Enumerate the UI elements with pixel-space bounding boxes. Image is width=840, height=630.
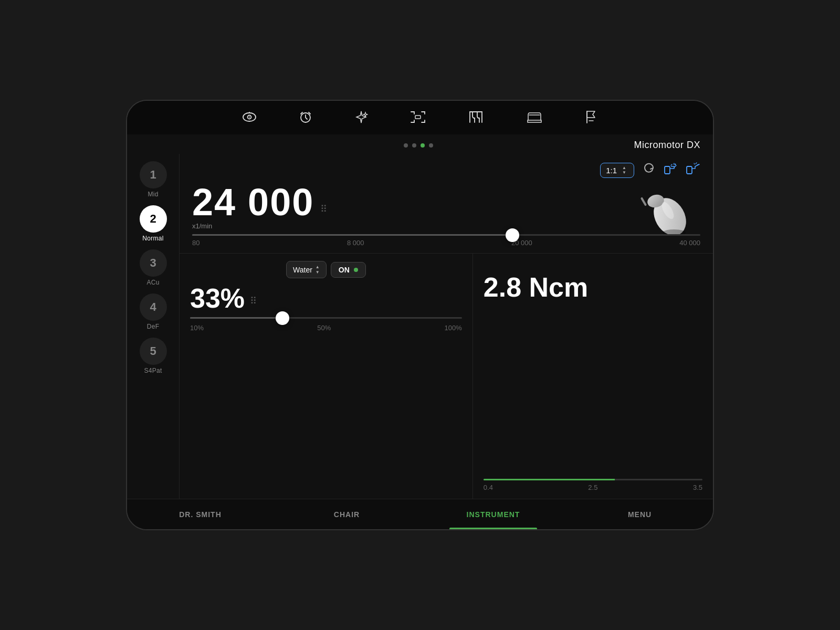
sidebar: 1 Mid 2 Normal 3 ACu — [127, 154, 180, 499]
device-frame: Micromotor DX 1 Mid 2 Normal — [126, 100, 714, 530]
top-icon-bar — [127, 101, 713, 134]
grid-icon: ⠿ — [320, 203, 327, 215]
sparkle-icon[interactable] — [354, 110, 368, 127]
flag-icon[interactable] — [584, 110, 598, 127]
preset-4-label: DeF — [147, 323, 160, 330]
tray-icon[interactable] — [527, 111, 542, 127]
preset-3-label: ACu — [146, 279, 159, 286]
speed-label-0: 80 — [192, 239, 200, 247]
bottom-nav: DR. SMITH CHAIR INSTRUMENT MENU — [127, 499, 713, 529]
dot-3[interactable] — [421, 143, 425, 148]
top-controls: 1:1 ▲ ▼ — [192, 162, 700, 178]
torque-pct-value: 33% — [190, 285, 245, 312]
preset-4[interactable]: 4 DeF — [140, 291, 167, 332]
speed-section: 1:1 ▲ ▼ — [180, 154, 713, 254]
on-dot — [354, 268, 358, 272]
torque-ncm-display: 2.8 Ncm — [484, 274, 702, 301]
speed-display: 24 000 ⠿ — [192, 183, 700, 221]
torque-label-0: 10% — [190, 324, 204, 332]
eye-icon[interactable] — [242, 111, 257, 126]
speed-slider-track — [192, 234, 700, 236]
speed-slider-labels: 80 8 000 20 000 40 000 — [192, 239, 700, 247]
pagination-dots — [404, 143, 433, 148]
speed-unit: x1/min — [192, 222, 700, 230]
preset-1-circle: 1 — [140, 161, 167, 188]
svg-rect-4 — [415, 116, 421, 119]
torque-label-2: 100% — [445, 324, 462, 332]
fork-icon[interactable] — [468, 111, 485, 127]
ncm-slider-track — [484, 479, 702, 480]
preset-2-label: Normal — [142, 235, 163, 242]
torque-slider-thumb[interactable] — [276, 311, 289, 325]
torque-ncm-value: 2.8 Ncm — [484, 274, 588, 301]
preset-1-label: Mid — [148, 191, 158, 198]
preset-5-label: S4Pat — [144, 367, 162, 374]
page-title: Micromotor DX — [634, 140, 700, 151]
preset-3-circle: 3 — [140, 249, 167, 277]
alarm-icon[interactable] — [299, 110, 312, 127]
torque-label-1: 50% — [317, 324, 331, 332]
ncm-label-2: 3.5 — [693, 484, 702, 491]
bottom-panels: Water ▲ ▼ ON — [180, 254, 713, 499]
nav-instrument[interactable]: INSTRUMENT — [420, 499, 566, 529]
svg-rect-10 — [665, 166, 670, 174]
speed-slider-fill — [192, 234, 512, 236]
nav-chair[interactable]: CHAIR — [274, 499, 420, 529]
on-button[interactable]: ON — [331, 262, 366, 278]
preset-1[interactable]: 1 Mid — [140, 159, 167, 200]
ncm-slider[interactable] — [484, 479, 702, 480]
svg-rect-7 — [640, 197, 647, 206]
page-header: Micromotor DX — [127, 134, 713, 154]
torque-pct-display: 33% ⠿ — [190, 285, 462, 312]
preset-3[interactable]: 3 ACu — [140, 247, 167, 288]
content-area: Micromotor DX 1 Mid 2 Normal — [127, 134, 713, 499]
left-panel: Water ▲ ▼ ON — [180, 254, 473, 499]
dot-2[interactable] — [412, 143, 416, 148]
right-panel: 2.8 Ncm 0.4 2.5 3.5 — [473, 254, 713, 499]
torque-slider-fill — [190, 317, 282, 319]
torque-slider-labels: 10% 50% 100% — [190, 324, 462, 332]
main-layout: 1 Mid 2 Normal 3 ACu — [127, 154, 713, 499]
water-selector[interactable]: Water ▲ ▼ — [286, 261, 327, 278]
svg-point-2 — [249, 117, 250, 118]
speed-label-1: 8 000 — [347, 239, 364, 247]
water-controls: Water ▲ ▼ ON — [190, 261, 462, 278]
ncm-slider-labels: 0.4 2.5 3.5 — [484, 484, 702, 491]
svg-rect-12 — [687, 166, 692, 174]
torque-slider[interactable] — [190, 317, 462, 319]
ratio-selector[interactable]: 1:1 ▲ ▼ — [600, 163, 634, 178]
speed-slider[interactable] — [192, 234, 700, 236]
main-panel: 1:1 ▲ ▼ — [180, 154, 713, 499]
speed-value: 24 000 — [192, 183, 314, 221]
preset-5-circle: 5 — [140, 338, 167, 365]
speed-slider-thumb[interactable] — [506, 228, 519, 242]
preset-2-circle: 2 — [140, 205, 167, 233]
preset-2[interactable]: 2 Normal — [140, 203, 167, 244]
bracket-icon[interactable] — [410, 111, 426, 127]
preset-5[interactable]: 5 S4Pat — [140, 335, 167, 376]
svg-point-11 — [675, 164, 676, 165]
dot-1[interactable] — [404, 143, 408, 148]
ncm-label-0: 0.4 — [484, 484, 493, 491]
dot-4[interactable] — [429, 143, 433, 148]
preset-4-circle: 4 — [140, 293, 167, 321]
ncm-label-1: 2.5 — [588, 484, 597, 491]
nav-menu[interactable]: MENU — [566, 499, 713, 529]
nav-dr-smith[interactable]: DR. SMITH — [127, 499, 274, 529]
ratio-arrows: ▲ ▼ — [622, 166, 626, 175]
instrument-image — [632, 175, 700, 243]
torque-slider-track — [190, 317, 462, 319]
